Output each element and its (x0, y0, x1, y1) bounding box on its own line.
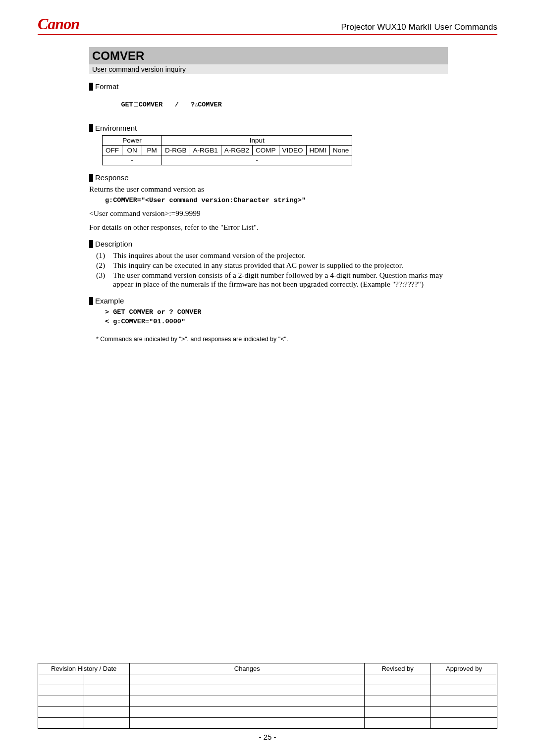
env-col: COMP (253, 146, 279, 155)
item-num: (2) (96, 261, 113, 270)
item-num: (1) (96, 251, 113, 260)
command-title-bar: COMVER (89, 47, 448, 64)
env-input-header: Input (162, 136, 352, 146)
doc-title: Projector WUX10 MarkII User Commands (341, 22, 497, 33)
response-intro: Returns the user command version as (89, 185, 448, 194)
revision-table: Revision History / Date Changes Revised … (38, 663, 497, 729)
description-list: (1)This inquires about the user command … (89, 251, 448, 289)
env-col: A-RGB1 (190, 146, 221, 155)
rev-header: Revision History / Date (38, 663, 130, 674)
item-text: The user command version consists of a 2… (113, 271, 448, 289)
item-text: This inquires about the user command ver… (113, 251, 306, 260)
env-col: HDMI (306, 146, 330, 155)
env-input-value: - (162, 155, 352, 165)
env-col: PM (142, 146, 162, 155)
section-response: Response (89, 173, 448, 182)
list-item: (1)This inquires about the user command … (96, 251, 448, 260)
rev-header: Revised by (365, 663, 431, 674)
rev-header: Changes (130, 663, 365, 674)
response-range: <User command version>:=99.9999 (89, 209, 448, 218)
format-syntax: GETCOMVER / ?△COMVER (89, 94, 448, 116)
env-col: None (330, 146, 352, 155)
env-col: VIDEO (279, 146, 306, 155)
format-cmd1: COMVER (139, 101, 163, 108)
page-number: - 25 - (38, 733, 497, 741)
example-line1: > GET COMVER or ? COMVER (89, 308, 448, 317)
item-num: (3) (96, 271, 113, 289)
list-item: (2)This inquiry can be executed in any s… (96, 261, 448, 270)
env-col: ON (122, 146, 142, 155)
environment-table: Power Input OFF ON PM D-RGB A-RGB1 A-RGB… (102, 135, 352, 165)
response-note: For details on other responses, refer to… (89, 223, 448, 232)
section-description: Description (89, 240, 448, 248)
section-format: Format (89, 82, 448, 91)
list-item: (3)The user command version consists of … (96, 271, 448, 289)
format-cmd2: COMVER (198, 101, 222, 108)
command-brief-bar: User command version inquiry (89, 64, 448, 74)
env-power-header: Power (103, 136, 162, 146)
example-note: * Commands are indicated by ">", and res… (89, 336, 448, 343)
example-line2: < g:COMVER="01.0000" (89, 317, 448, 327)
format-prefix: GET (121, 101, 133, 108)
env-col: D-RGB (162, 146, 190, 155)
item-text: This inquiry can be executed in any stat… (113, 261, 403, 270)
rev-header: Approved by (431, 663, 497, 674)
section-example: Example (89, 297, 448, 305)
header-divider (38, 34, 497, 35)
section-environment: Environment (89, 124, 448, 132)
brand-logo: Canon (38, 15, 79, 33)
response-mono: g:COMVER="<User command version:Characte… (89, 197, 448, 204)
env-power-value: - (103, 155, 162, 165)
env-col: A-RGB2 (221, 146, 252, 155)
env-col: OFF (103, 146, 122, 155)
format-separator: / ? (162, 101, 195, 108)
space-symbol-icon (134, 102, 138, 106)
